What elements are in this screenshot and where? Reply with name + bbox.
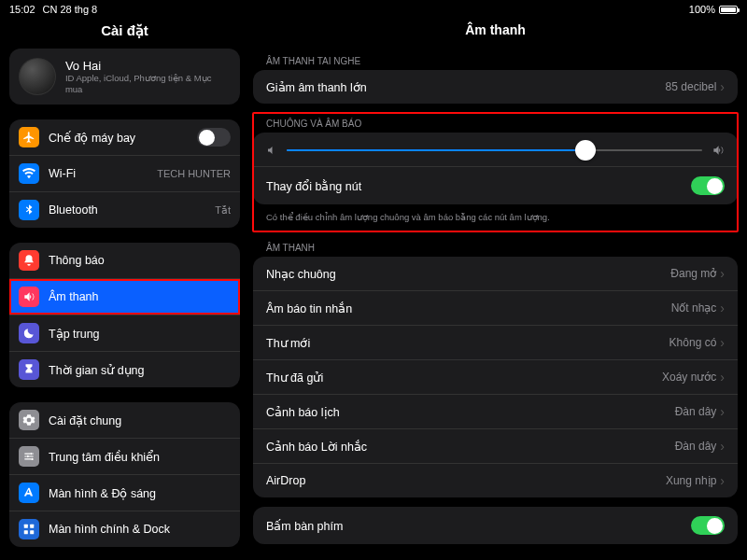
wifi-icon: [19, 163, 39, 184]
wifi-detail: TECH HUNTER: [157, 168, 231, 179]
keyboard-group: Bấm bàn phím: [253, 507, 738, 544]
text-tone-label: Âm báo tin nhắn: [266, 301, 671, 315]
chevron-right-icon: ›: [720, 439, 725, 454]
sounds-section-header: ÂM THANH: [253, 237, 738, 257]
row-reduce-loud[interactable]: Giảm âm thanh lớn 85 decibel ›: [253, 70, 738, 104]
calendar-alert-label: Cảnh báo lịch: [266, 405, 675, 419]
sidebar-item-wifi[interactable]: Wi-Fi TECH HUNTER: [9, 155, 240, 191]
ringer-footer: Có thể điều chỉnh âm lượng chuông và âm …: [253, 208, 738, 228]
row-calendar-alert[interactable]: Cảnh báo lịch Đàn dây ›: [253, 394, 738, 428]
row-text-tone[interactable]: Âm báo tin nhắn Nốt nhạc ›: [253, 290, 738, 325]
ringer-volume-row: [253, 133, 738, 166]
sidebar-item-notifications[interactable]: Thông báo: [9, 243, 240, 278]
screentime-label: Thời gian sử dụng: [49, 363, 231, 377]
main-panel: Âm thanh ÂM THANH TAI NGHE Giảm âm thanh…: [247, 19, 747, 560]
sidebar-item-airplane[interactable]: Chế độ máy bay: [9, 119, 240, 155]
change-buttons-toggle[interactable]: [691, 176, 725, 195]
change-buttons-label: Thay đổi bằng nút: [266, 179, 691, 193]
ringer-section: CHUÔNG VÀ ÂM BÁO Thay đổi bằng nút Có th…: [253, 113, 738, 231]
speaker-icon: [19, 287, 39, 307]
svg-point-0: [30, 453, 32, 455]
status-date: CN 28 thg 8: [43, 4, 98, 15]
headphone-section-header: ÂM THANH TAI NGHE: [253, 50, 738, 70]
bluetooth-icon: [19, 200, 39, 220]
keyboard-toggle[interactable]: [691, 516, 725, 535]
keyboard-label: Bấm bàn phím: [266, 519, 691, 533]
sidebar-group-general: Cài đặt chung Trung tâm điều khiển Màn h…: [9, 402, 240, 547]
moon-icon: [19, 323, 39, 343]
profile-sub: ID Apple, iCloud, Phương tiện & Mục mua: [65, 73, 231, 94]
ringer-section-header: CHUÔNG VÀ ÂM BÁO: [253, 113, 738, 133]
chevron-right-icon: ›: [720, 404, 725, 419]
gear-icon: [19, 410, 39, 430]
wifi-label: Wi-Fi: [49, 167, 157, 180]
sidebar-item-sounds[interactable]: Âm thanh: [9, 278, 240, 315]
airdrop-value: Xung nhịp: [666, 474, 716, 487]
ringer-volume-slider[interactable]: [287, 149, 702, 152]
sounds-group: Nhạc chuông Đang mở › Âm báo tin nhắn Nố…: [253, 257, 738, 497]
airplane-label: Chế độ máy bay: [49, 131, 197, 145]
svg-point-2: [31, 458, 33, 460]
sidebar-item-screentime[interactable]: Thời gian sử dụng: [9, 351, 240, 387]
sidebar-item-bluetooth[interactable]: Bluetooth Tắt: [9, 191, 240, 228]
row-new-mail[interactable]: Thư mới Không có ›: [253, 325, 738, 359]
reduce-loud-label: Giảm âm thanh lớn: [266, 80, 666, 94]
chevron-right-icon: ›: [720, 79, 725, 94]
sidebar-item-control-center[interactable]: Trung tâm điều khiển: [9, 438, 240, 474]
svg-rect-6: [30, 530, 34, 534]
focus-label: Tập trung: [49, 327, 231, 341]
battery-percent: 100%: [689, 4, 715, 15]
reduce-loud-detail: 85 decibel: [666, 80, 717, 93]
avatar: [19, 58, 56, 95]
row-sent-mail[interactable]: Thư đã gửi Xoáy nước ›: [253, 359, 738, 394]
profile-card[interactable]: Vo Hai ID Apple, iCloud, Phương tiện & M…: [9, 49, 240, 105]
sliders-icon: [19, 446, 39, 467]
slider-knob[interactable]: [575, 140, 596, 161]
volume-low-icon: [266, 145, 277, 156]
sidebar-group-connectivity: Chế độ máy bay Wi-Fi TECH HUNTER Bluetoo…: [9, 119, 240, 228]
control-label: Trung tâm điều khiển: [49, 450, 231, 464]
row-change-with-buttons[interactable]: Thay đổi bằng nút: [253, 166, 738, 204]
chevron-right-icon: ›: [720, 266, 725, 281]
status-bar: 15:02 CN 28 thg 8 100%: [0, 0, 747, 19]
sidebar-item-focus[interactable]: Tập trung: [9, 315, 240, 351]
sidebar-item-general[interactable]: Cài đặt chung: [9, 402, 240, 438]
new-mail-value: Không có: [669, 336, 717, 349]
general-label: Cài đặt chung: [49, 413, 231, 427]
svg-rect-5: [24, 530, 28, 534]
svg-rect-3: [24, 525, 28, 528]
sidebar: Cài đặt Vo Hai ID Apple, iCloud, Phương …: [0, 19, 247, 560]
new-mail-label: Thư mới: [266, 336, 669, 350]
row-airdrop[interactable]: AirDrop Xung nhịp ›: [253, 463, 738, 497]
ringtone-label: Nhạc chuông: [266, 267, 670, 281]
notifications-label: Thông báo: [49, 254, 231, 267]
sounds-label: Âm thanh: [49, 290, 231, 303]
reminder-alert-label: Cảnh báo Lời nhắc: [266, 440, 675, 454]
sent-mail-label: Thư đã gửi: [266, 371, 662, 385]
row-keyboard-clicks[interactable]: Bấm bàn phím: [253, 507, 738, 544]
hourglass-icon: [19, 359, 39, 380]
profile-name: Vo Hai: [65, 59, 231, 73]
status-time: 15:02: [9, 4, 35, 15]
display-label: Màn hình & Độ sáng: [49, 486, 231, 500]
ringer-group: Thay đổi bằng nút: [253, 133, 738, 204]
text-tone-value: Nốt nhạc: [671, 301, 717, 315]
sidebar-item-display[interactable]: Màn hình & Độ sáng: [9, 474, 240, 511]
sent-mail-value: Xoáy nước: [662, 371, 716, 384]
svg-point-1: [27, 455, 29, 457]
text-size-icon: [19, 483, 39, 503]
chevron-right-icon: ›: [720, 335, 725, 350]
airdrop-label: AirDrop: [266, 474, 666, 487]
row-reminder-alert[interactable]: Cảnh báo Lời nhắc Đàn dây ›: [253, 428, 738, 463]
chevron-right-icon: ›: [720, 301, 725, 315]
volume-high-icon: [712, 144, 725, 157]
bluetooth-label: Bluetooth: [49, 203, 215, 217]
row-ringtone[interactable]: Nhạc chuông Đang mở ›: [253, 257, 738, 290]
reminder-alert-value: Đàn dây: [675, 440, 717, 453]
chevron-right-icon: ›: [720, 473, 725, 488]
main-title: Âm thanh: [253, 22, 738, 37]
ringtone-value: Đang mở: [670, 267, 716, 280]
airplane-toggle[interactable]: [197, 128, 231, 147]
sidebar-item-home[interactable]: Màn hình chính & Dock: [9, 511, 240, 547]
bluetooth-detail: Tắt: [215, 204, 231, 217]
